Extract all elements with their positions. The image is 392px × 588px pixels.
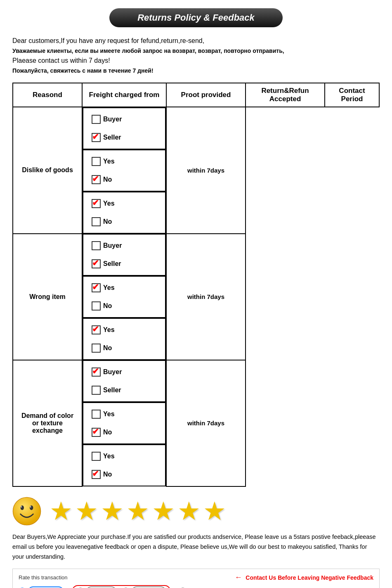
row-0-freight-buyer: Buyer bbox=[87, 113, 161, 126]
row-2-proof: Yes No bbox=[83, 402, 166, 444]
svg-point-1 bbox=[21, 505, 24, 510]
svg-point-4 bbox=[30, 506, 31, 507]
row-1-reason: Wrong item bbox=[13, 234, 82, 360]
col-header-proof: Proot provided bbox=[166, 83, 246, 107]
row-2-contact: within 7days bbox=[166, 360, 246, 486]
big-star-4: ★ bbox=[126, 498, 149, 524]
intro-en1: Dear customers,If you have any request f… bbox=[12, 36, 380, 46]
header-title: Returns Policy & Feedback bbox=[137, 12, 255, 23]
radio-negative[interactable]: Negative bbox=[122, 586, 166, 588]
header-banner: Returns Policy & Feedback bbox=[109, 8, 283, 27]
row-1-return: Yes No bbox=[83, 318, 166, 360]
rate-title: Rate this transaction bbox=[19, 574, 68, 581]
rate-title-row: Rate this transaction ← Contact Us Befor… bbox=[19, 573, 373, 582]
row-2-reason: Demand of color or texture exchange bbox=[13, 360, 82, 486]
row-1-proof-yes: Yes bbox=[87, 282, 161, 294]
radio-row: Positive Neutral Negative I'll leave Fee… bbox=[19, 585, 373, 588]
row-0-proof-yes: Yes bbox=[87, 155, 161, 168]
row-0-freight-seller: Seller bbox=[87, 131, 161, 144]
intro-section: Dear customers,If you have any request f… bbox=[12, 36, 380, 75]
row-2-freight: Buyer Seller bbox=[83, 360, 166, 402]
intro-ru2: Пожалуйста, свяжитесь с нами в течение 7… bbox=[12, 66, 380, 75]
radio-neutral-label: Neutral bbox=[86, 586, 116, 588]
row-1-proof: Yes No bbox=[83, 276, 166, 318]
big-star-2: ★ bbox=[75, 498, 98, 524]
row-0-return: Yes No bbox=[83, 192, 166, 234]
row-2-proof-no: No bbox=[87, 426, 161, 439]
big-star-1: ★ bbox=[50, 498, 73, 524]
arrow-right-icon: ← bbox=[235, 573, 242, 582]
row-0-proof: Yes No bbox=[83, 149, 166, 192]
svg-point-2 bbox=[30, 505, 33, 510]
row-2-return: Yes No bbox=[83, 444, 166, 486]
col-header-return: Return&Refun Accepted bbox=[246, 83, 325, 107]
row-0-proof-no: No bbox=[87, 173, 161, 186]
intro-ru1: Уважаемые клиенты, если вы имеете любой … bbox=[12, 46, 380, 55]
col-header-contact: Contact Period bbox=[325, 83, 379, 107]
row-1-freight-seller: Seller bbox=[87, 258, 161, 270]
big-star-5: ★ bbox=[152, 498, 175, 524]
row-1-contact: within 7days bbox=[166, 234, 246, 360]
row-1-freight-buyer: Buyer bbox=[87, 239, 161, 252]
smiley-icon bbox=[12, 497, 41, 526]
stars-section: ★ ★ ★ ★ ★ ★ ★ bbox=[12, 497, 380, 526]
contact-negative-label: ← Contact Us Before Leaving Negative Fee… bbox=[235, 573, 373, 582]
radio-positive[interactable]: Positive bbox=[19, 586, 64, 588]
feedback-text: Dear Buyers,We Appreciate your purchase.… bbox=[12, 532, 380, 562]
row-1-freight: Buyer Seller bbox=[83, 234, 166, 276]
oval-group: Neutral Negative bbox=[72, 585, 171, 588]
row-0-return-yes: Yes bbox=[87, 197, 161, 210]
radio-neutral[interactable]: Neutral bbox=[77, 586, 116, 588]
row-1-return-no: No bbox=[87, 342, 161, 354]
big-star-7: ★ bbox=[203, 498, 226, 524]
row-1-proof-no: No bbox=[87, 300, 161, 312]
svg-point-3 bbox=[21, 506, 22, 507]
row-0-return-no: No bbox=[87, 216, 161, 228]
row-1-return-yes: Yes bbox=[87, 324, 161, 336]
col-header-reason: Reasond bbox=[13, 83, 82, 107]
big-star-3: ★ bbox=[101, 498, 124, 524]
policy-table: Reasond Freight charged from Proot provi… bbox=[12, 83, 380, 487]
big-stars-row: ★ ★ ★ ★ ★ ★ ★ bbox=[50, 498, 226, 524]
rate-box: Rate this transaction ← Contact Us Befor… bbox=[12, 569, 380, 588]
row-0-contact: within 7days bbox=[166, 107, 246, 234]
contact-negative-text: Contact Us Before Leaving Negative Feedb… bbox=[246, 574, 373, 581]
row-2-freight-seller: Seller bbox=[87, 384, 161, 396]
row-0-reason: Dislike of goods bbox=[13, 107, 82, 234]
radio-positive-label: Positive bbox=[28, 586, 64, 588]
radio-negative-label: Negative bbox=[132, 586, 166, 588]
col-header-freight: Freight charged from bbox=[82, 83, 166, 107]
row-2-freight-buyer: Buyer bbox=[87, 366, 161, 378]
big-star-6: ★ bbox=[177, 498, 201, 524]
row-2-return-yes: Yes bbox=[87, 450, 161, 462]
row-0-freight: Buyer Seller bbox=[83, 107, 166, 149]
svg-point-0 bbox=[13, 497, 40, 525]
row-2-proof-yes: Yes bbox=[87, 408, 161, 420]
intro-en2: Plaease contact us within 7 days! bbox=[12, 55, 380, 66]
row-2-return-no: No bbox=[87, 468, 161, 481]
